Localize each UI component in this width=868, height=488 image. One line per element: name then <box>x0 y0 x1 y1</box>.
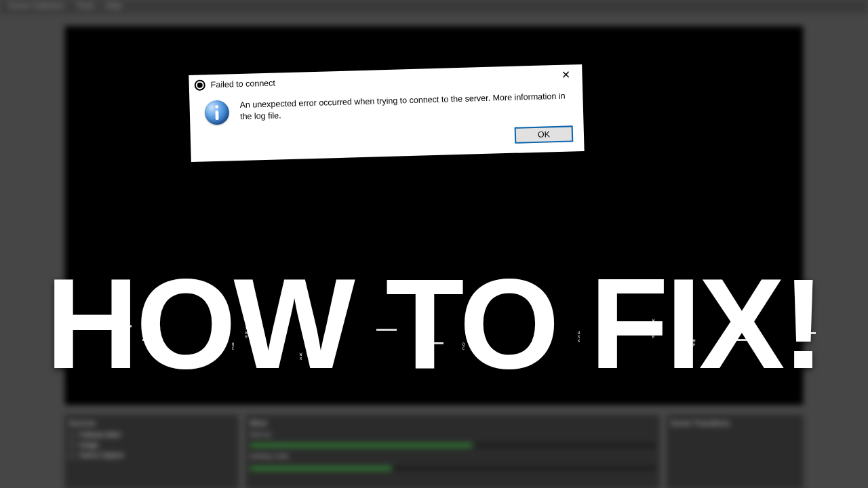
eye-icon <box>68 452 75 459</box>
menu-item[interactable]: Scene Collection <box>8 1 64 12</box>
transitions-panel: Scene Transitions <box>667 415 804 488</box>
sources-panel: Sources Follower Alert Image Game Captur… <box>64 415 239 488</box>
menu-bar: Scene Collection Tools Help <box>0 0 868 14</box>
volume-slider[interactable] <box>250 466 656 470</box>
ok-button[interactable]: OK <box>515 125 574 143</box>
dialog-message: An unexpected error occurred when trying… <box>239 89 568 123</box>
panel-header: Scene Transitions <box>671 419 800 427</box>
close-icon[interactable]: ✕ <box>555 66 576 83</box>
source-row[interactable]: Game Capture <box>68 451 235 459</box>
menu-item[interactable]: Tools <box>77 1 94 12</box>
panel-header: Mixer <box>250 419 656 427</box>
volume-slider[interactable] <box>250 443 656 447</box>
dialog-title: Failed to connect <box>211 79 276 90</box>
menu-item[interactable]: Help <box>106 1 121 12</box>
app-icon <box>195 79 205 90</box>
source-row[interactable]: Image <box>68 441 235 449</box>
mixer-panel: Mixer Mic/Aux Desktop Audio <box>245 415 660 488</box>
eye-icon <box>68 442 75 449</box>
error-dialog: Failed to connect ✕ An unexpected error … <box>189 64 584 162</box>
bottom-panels: Sources Follower Alert Image Game Captur… <box>64 415 804 488</box>
info-icon <box>204 100 229 125</box>
source-row[interactable]: Follower Alert <box>68 431 235 439</box>
eye-icon <box>68 432 75 439</box>
panel-header: Sources <box>68 419 235 427</box>
